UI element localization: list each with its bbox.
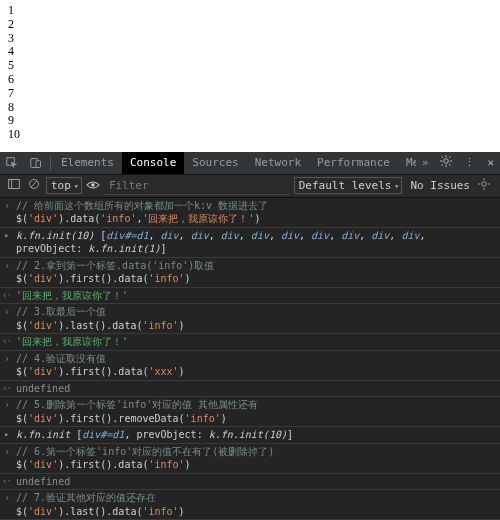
sidebar-toggle-icon[interactable] bbox=[6, 178, 22, 193]
close-icon[interactable]: ✕ bbox=[481, 156, 500, 169]
console-output-line: '回来把，我原谅你了！' bbox=[0, 288, 500, 305]
more-tabs-icon[interactable]: » bbox=[416, 156, 435, 169]
console-toolbar: top Default levels No Issues bbox=[0, 175, 500, 198]
console-result: k.fn.init(10) [div#=d1, div, div, div, d… bbox=[0, 228, 500, 258]
svg-line-11 bbox=[449, 157, 451, 159]
console-input-group: // 5.删除第一个标签'info'对应的值 其他属性还有$('div').fi… bbox=[0, 397, 500, 427]
tab-console[interactable]: Console bbox=[122, 152, 184, 174]
divider bbox=[50, 156, 51, 170]
tab-elements[interactable]: Elements bbox=[53, 152, 122, 174]
devtools-tabbar: Elements Console Sources Network Perform… bbox=[0, 152, 500, 175]
number-line: 7 bbox=[8, 87, 492, 101]
number-line: 4 bbox=[8, 45, 492, 59]
svg-line-8 bbox=[442, 157, 444, 159]
console-input-group: // 3.取最后一个值$('div').last().data('info') bbox=[0, 304, 500, 334]
svg-line-15 bbox=[31, 181, 37, 187]
console-settings-gear-icon[interactable] bbox=[474, 178, 494, 193]
device-toggle-icon[interactable] bbox=[24, 157, 48, 169]
console-input-group: // 4.验证取没有值$('div').first().data('xxx') bbox=[0, 351, 500, 381]
live-expression-icon[interactable] bbox=[86, 179, 100, 193]
number-line: 6 bbox=[8, 73, 492, 87]
devtools-panel: Elements Console Sources Network Perform… bbox=[0, 152, 500, 520]
log-levels-selector[interactable]: Default levels bbox=[294, 177, 403, 194]
svg-point-3 bbox=[444, 159, 449, 164]
tab-performance[interactable]: Performance bbox=[309, 152, 398, 174]
number-line: 3 bbox=[8, 32, 492, 46]
log-levels-label: Default levels bbox=[299, 179, 392, 192]
console-input-group: // 6.第一个标签'info'对应的值不在有了(被删除掉了)$('div').… bbox=[0, 444, 500, 474]
svg-line-9 bbox=[449, 164, 451, 166]
console-output[interactable]: // 给前面这个数组所有的对象都加一个k:v 数据进去了$('div').dat… bbox=[0, 198, 500, 520]
tab-memory[interactable]: Memory bbox=[398, 152, 416, 174]
inspect-icon[interactable] bbox=[0, 157, 24, 169]
number-line: 8 bbox=[8, 101, 492, 115]
clear-console-icon[interactable] bbox=[26, 178, 42, 193]
console-output-line: undefined bbox=[0, 474, 500, 491]
tab-sources[interactable]: Sources bbox=[184, 152, 246, 174]
number-line: 1 bbox=[8, 4, 492, 18]
console-output-line: '回来把，我原谅你了！' bbox=[0, 334, 500, 351]
number-line: 5 bbox=[8, 59, 492, 73]
context-label: top bbox=[51, 179, 71, 192]
issues-count[interactable]: No Issues bbox=[410, 179, 470, 192]
svg-line-10 bbox=[442, 164, 444, 166]
svg-point-17 bbox=[482, 182, 487, 187]
console-output-line: undefined bbox=[0, 381, 500, 398]
kebab-menu-icon[interactable]: ⋮ bbox=[458, 156, 481, 169]
number-line: 9 bbox=[8, 114, 492, 128]
tab-network[interactable]: Network bbox=[247, 152, 309, 174]
number-line: 2 bbox=[8, 18, 492, 32]
number-line: 10 bbox=[8, 128, 492, 142]
svg-rect-12 bbox=[9, 180, 20, 189]
page-content: 1 2 3 4 5 6 7 8 9 10 bbox=[0, 0, 500, 152]
console-input-group: // 给前面这个数组所有的对象都加一个k:v 数据进去了$('div').dat… bbox=[0, 198, 500, 228]
console-input-group: // 2.拿到第一个标签.data('info')取值$('div').firs… bbox=[0, 258, 500, 288]
filter-input[interactable] bbox=[104, 176, 290, 195]
context-selector[interactable]: top bbox=[46, 177, 82, 194]
tab-strip: Elements Console Sources Network Perform… bbox=[53, 152, 416, 174]
svg-rect-2 bbox=[36, 161, 41, 168]
console-input-group: // 7.验证其他对应的值还存在$('div').last().data('in… bbox=[0, 490, 500, 520]
svg-point-16 bbox=[91, 183, 95, 187]
settings-gear-icon[interactable] bbox=[434, 155, 458, 170]
console-result: k.fn.init [div#=d1, prevObject: k.fn.ini… bbox=[0, 427, 500, 444]
